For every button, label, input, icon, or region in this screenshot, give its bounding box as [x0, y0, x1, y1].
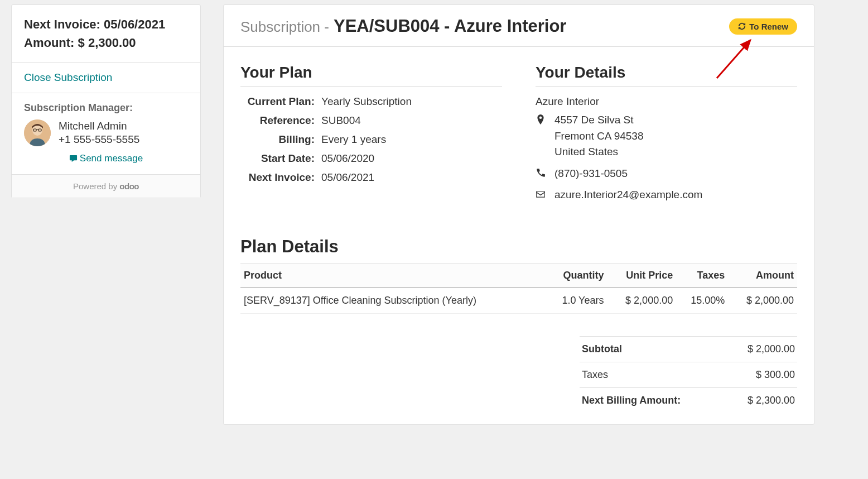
subscription-main-panel: Subscription - YEA/SUB004 - Azure Interi…	[223, 4, 814, 425]
table-header-cell: Quantity	[546, 264, 607, 288]
table-cell: $ 2,000.00	[607, 288, 676, 314]
totals-value: $ 300.00	[756, 369, 795, 381]
plan-field-label: Start Date:	[240, 152, 321, 165]
company-name: Azure Interior	[536, 95, 797, 108]
plan-field-row: Next Invoice:05/06/2021	[240, 171, 502, 184]
page-title: YEA/SUB004 - Azure Interior	[334, 16, 566, 36]
next-invoice-date: 05/06/2021	[104, 17, 165, 31]
refresh-icon	[738, 22, 746, 30]
plan-field-label: Reference:	[240, 114, 321, 127]
email-value: azure.Interior24@example.com	[554, 187, 702, 203]
table-header-cell: Product	[240, 264, 546, 288]
manager-phone: +1 555-555-5555	[59, 133, 139, 146]
table-cell: [SERV_89137] Office Cleaning Subscriptio…	[240, 288, 546, 314]
plan-field-value: SUB004	[321, 114, 361, 127]
totals-value: $ 2,300.00	[748, 395, 795, 406]
plan-field-row: Billing:Every 1 years	[240, 133, 502, 146]
plan-field-value: Every 1 years	[321, 133, 386, 146]
envelope-icon	[536, 189, 546, 202]
phone-value: (870)-931-0505	[554, 166, 628, 182]
totals-row: Next Billing Amount:$ 2,300.00	[580, 387, 797, 413]
plan-field-value: Yearly Subscription	[321, 95, 412, 108]
your-plan-heading: Your Plan	[240, 64, 502, 87]
map-marker-icon	[536, 114, 546, 127]
phone-icon	[536, 168, 546, 181]
plan-field-label: Next Invoice:	[240, 171, 321, 184]
close-subscription-link[interactable]: Close Subscription	[24, 71, 112, 83]
totals-row: Taxes$ 300.00	[580, 362, 797, 387]
plan-details-table: ProductQuantityUnit PriceTaxesAmount [SE…	[240, 264, 797, 314]
comment-icon	[69, 154, 78, 162]
subscription-manager-label: Subscription Manager:	[24, 102, 188, 114]
amount-label: Amount:	[24, 36, 74, 50]
totals-row: Subtotal$ 2,000.00	[580, 336, 797, 362]
amount-value: $ 2,300.00	[78, 36, 136, 50]
next-invoice-panel: Next Invoice: 05/06/2021 Amount: $ 2,300…	[12, 5, 200, 63]
your-details-heading: Your Details	[536, 64, 797, 87]
table-header-cell: Unit Price	[607, 264, 676, 288]
plan-field-value: 05/06/2021	[321, 171, 374, 184]
manager-name: Mitchell Admin	[59, 120, 139, 132]
odoo-logo-text: odoo	[119, 181, 139, 191]
totals-value: $ 2,000.00	[748, 343, 795, 355]
plan-details-heading: Plan Details	[240, 237, 797, 257]
table-header-cell: Taxes	[676, 264, 728, 288]
totals-label: Next Billing Amount:	[582, 395, 681, 406]
to-renew-badge[interactable]: To Renew	[729, 18, 797, 35]
table-cell: $ 2,000.00	[728, 288, 797, 314]
plan-field-label: Billing:	[240, 133, 321, 146]
plan-field-label: Current Plan:	[240, 95, 321, 108]
title-prefix: Subscription -	[240, 18, 329, 36]
avatar	[24, 119, 51, 146]
table-header-cell: Amount	[728, 264, 797, 288]
next-invoice-label: Next Invoice:	[24, 17, 100, 31]
table-row: [SERV_89137] Office Cleaning Subscriptio…	[240, 288, 797, 314]
plan-field-row: Reference:SUB004	[240, 114, 502, 127]
totals-label: Subtotal	[582, 343, 622, 355]
powered-by-footer: Powered by odoo	[12, 175, 200, 198]
table-cell: 1.0 Years	[546, 288, 607, 314]
plan-field-row: Current Plan:Yearly Subscription	[240, 95, 502, 108]
table-cell: 15.00%	[676, 288, 728, 314]
totals-label: Taxes	[582, 369, 608, 381]
address-block: 4557 De Silva St Fremont CA 94538 United…	[554, 112, 643, 160]
plan-field-row: Start Date:05/06/2020	[240, 152, 502, 165]
send-message-link[interactable]: Send message	[69, 153, 143, 164]
plan-field-value: 05/06/2020	[321, 152, 374, 165]
